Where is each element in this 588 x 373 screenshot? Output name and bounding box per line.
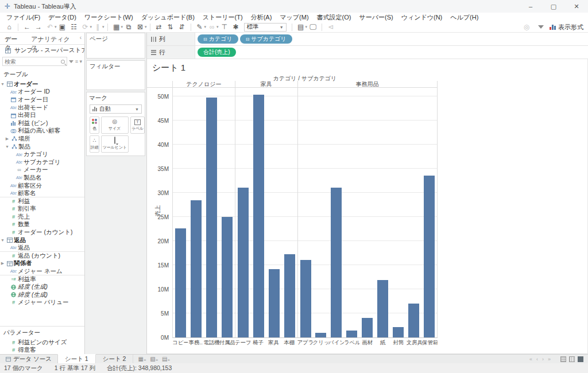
- menu-item[interactable]: ヘルプ(H): [446, 13, 482, 22]
- marks-button-サイズ[interactable]: ◎サイズ: [101, 116, 129, 134]
- menu-item[interactable]: ウィンドウ(N): [397, 13, 447, 22]
- field-item[interactable]: 経度 (生成): [0, 283, 84, 291]
- presentation-mode-icon[interactable]: 🖵: [307, 22, 319, 32]
- new-datasource-icon[interactable]: ☷: [68, 22, 80, 32]
- filters-shelf[interactable]: フィルター: [86, 60, 145, 90]
- field-item[interactable]: #売上: [0, 213, 84, 221]
- menu-item[interactable]: 分析(A): [247, 13, 276, 22]
- menu-item[interactable]: 書式設定(O): [313, 13, 355, 22]
- sort-descending-icon[interactable]: ⇵: [176, 22, 188, 32]
- expander-icon[interactable]: ▶: [0, 261, 5, 266]
- parameter-item[interactable]: #利益ビンのサイズ: [0, 339, 84, 347]
- shelf-pill[interactable]: ⊟カテゴリ: [198, 34, 238, 44]
- menu-item[interactable]: ファイル(F): [2, 13, 44, 22]
- show-hide-cards-icon[interactable]: ▤: [295, 22, 307, 32]
- marks-button-詳細[interactable]: ∴詳細: [90, 135, 99, 153]
- field-item[interactable]: 緯度 (生成): [0, 291, 84, 299]
- expander-icon[interactable]: ▶: [5, 137, 10, 141]
- field-item[interactable]: 利益の高い顧客: [0, 127, 84, 135]
- field-item[interactable]: Abc返品: [0, 244, 84, 252]
- new-dashboard-icon[interactable]: ▧₊: [150, 356, 158, 362]
- bar-本棚[interactable]: [284, 254, 295, 337]
- last-sheet-icon[interactable]: »: [548, 356, 551, 362]
- bar-椅子[interactable]: [253, 95, 264, 337]
- bar-家具[interactable]: [269, 269, 280, 337]
- search-input[interactable]: [5, 59, 61, 65]
- new-worksheet-icon[interactable]: ▦: [111, 22, 122, 32]
- forward-icon[interactable]: →: [33, 22, 44, 32]
- new-story-icon[interactable]: ▤₊: [162, 356, 171, 362]
- bar-封筒[interactable]: [393, 327, 404, 337]
- highlight-icon[interactable]: ✎: [194, 22, 206, 32]
- menu-item[interactable]: マップ(M): [276, 13, 312, 22]
- marks-button-ツールヒント[interactable]: ツールヒント: [101, 135, 129, 153]
- field-item[interactable]: =#利益率: [0, 275, 84, 283]
- bar-コピー機[interactable]: [175, 228, 186, 337]
- clear-sheet-icon[interactable]: ⊠: [134, 22, 146, 32]
- field-item[interactable]: #返品 (カウント): [0, 252, 84, 260]
- parameter-item[interactable]: #得意客: [0, 346, 84, 354]
- mark-type-dropdown[interactable]: 自動 ▼: [90, 104, 142, 114]
- show-filmstrip-icon[interactable]: [569, 356, 575, 362]
- view-options-icon[interactable]: ≡ ▾: [75, 59, 82, 64]
- bar-クリップ[interactable]: [315, 333, 326, 337]
- rows-shelf[interactable]: 行 合計(売上): [147, 46, 588, 59]
- pause-updates-icon[interactable]: ∥: [92, 22, 103, 32]
- fit-selector[interactable]: 標準 ▼: [244, 23, 287, 32]
- back-icon[interactable]: ←: [21, 22, 33, 32]
- field-item[interactable]: Abc顧客区分: [0, 182, 84, 190]
- keep-only-funnel-icon[interactable]: [538, 25, 544, 29]
- duplicate-sheet-icon[interactable]: ⧉: [123, 22, 134, 32]
- new-worksheet-icon[interactable]: ▦₊: [138, 356, 146, 362]
- close-button[interactable]: ✕: [565, 0, 588, 13]
- menu-item[interactable]: ワークシート(W): [80, 13, 137, 22]
- field-item[interactable]: Abc顧客名: [0, 189, 84, 197]
- next-sheet-icon[interactable]: ›: [542, 356, 544, 362]
- marks-button-色[interactable]: 色: [90, 116, 99, 134]
- field-item[interactable]: #利益: [0, 197, 84, 205]
- sort-ascending-icon[interactable]: ⇅: [165, 22, 176, 32]
- menu-item[interactable]: ダッシュボード(B): [137, 13, 199, 22]
- expander-icon[interactable]: ▼: [5, 145, 10, 149]
- show-me-button[interactable]: 表示形式: [550, 23, 583, 32]
- field-item[interactable]: Abcオーダー ID: [0, 88, 84, 96]
- field-item[interactable]: #メジャー バリュー: [0, 299, 84, 307]
- home-icon[interactable]: ⌂: [3, 22, 15, 32]
- field-item[interactable]: ∞メーカー: [0, 166, 84, 174]
- data-pane-tab-active[interactable]: データ: [0, 33, 26, 44]
- menu-item[interactable]: データ(D): [44, 13, 80, 22]
- field-item[interactable]: #オーダー (カウント): [0, 228, 84, 236]
- sheet-title[interactable]: シート 1: [147, 59, 587, 75]
- bar-付属品[interactable]: [222, 217, 233, 337]
- field-item[interactable]: ▶関係者: [0, 260, 84, 268]
- bar-電話機[interactable]: [206, 98, 217, 338]
- field-item[interactable]: #割引率: [0, 205, 84, 213]
- maximize-button[interactable]: ▢: [542, 0, 565, 13]
- save-icon[interactable]: ▣: [57, 22, 68, 32]
- field-item[interactable]: ▼オーダー: [0, 80, 84, 88]
- bar-紙[interactable]: [377, 280, 388, 337]
- show-tabs-icon[interactable]: [578, 356, 583, 362]
- bar-テーブル[interactable]: [238, 188, 249, 337]
- filter-funnel-icon[interactable]: [69, 60, 74, 63]
- expander-icon[interactable]: ▼: [0, 238, 5, 242]
- group-members-icon[interactable]: ∞: [206, 22, 218, 32]
- sheet-tab-シート 1[interactable]: シート 1: [57, 354, 96, 363]
- first-sheet-icon[interactable]: «: [529, 356, 532, 362]
- undo-icon[interactable]: ↶: [44, 22, 56, 32]
- columns-shelf[interactable]: 列 ⊟カテゴリ⊟サブカテゴリ: [147, 33, 588, 46]
- field-item[interactable]: ▼製品: [0, 143, 84, 151]
- menu-item[interactable]: サーバー(S): [355, 13, 397, 22]
- bar-バイン..[interactable]: [331, 188, 342, 337]
- field-item[interactable]: ▶場所: [0, 135, 84, 143]
- menu-item[interactable]: ストーリー(T): [199, 13, 247, 22]
- field-item[interactable]: Abcカテゴリ: [0, 150, 84, 158]
- field-item[interactable]: #数量: [0, 221, 84, 229]
- highlight-circle-icon[interactable]: ◎: [521, 22, 532, 32]
- prev-sheet-icon[interactable]: ‹: [536, 356, 538, 362]
- field-item[interactable]: オーダー日: [0, 96, 84, 104]
- bar-文房具[interactable]: [408, 304, 419, 337]
- bar-事務..[interactable]: [191, 200, 202, 337]
- field-item[interactable]: Abcメジャー ネーム: [0, 267, 84, 275]
- datasource-tab[interactable]: データ ソース: [0, 355, 57, 363]
